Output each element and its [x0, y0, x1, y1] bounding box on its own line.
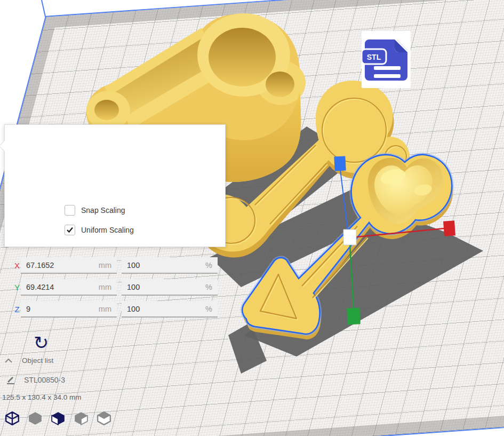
y-scale-handle[interactable]	[334, 156, 346, 171]
x-percent-input[interactable]: 100 %	[122, 257, 218, 274]
view-right-button[interactable]	[96, 411, 112, 426]
cube-right-view-icon	[97, 411, 111, 425]
z-percent-input[interactable]: 100 %	[122, 301, 218, 318]
cube-top-view-icon	[51, 411, 66, 425]
view-3d-button[interactable]	[4, 411, 20, 426]
view-left-button[interactable]	[73, 411, 89, 426]
snap-scaling-label: Snap Scaling	[81, 206, 125, 215]
view-top-button[interactable]	[50, 411, 66, 426]
checkmark-icon	[66, 227, 74, 233]
uniform-scaling-checkbox[interactable]	[65, 225, 75, 235]
uniform-scale-handle[interactable]	[343, 229, 356, 245]
viewport-3d[interactable]: STL X 67.1652 mm 100 % Y 69.4214 mm 100 …	[0, 0, 504, 436]
camera-view-toolbar	[4, 411, 112, 426]
cube-left-view-icon	[74, 411, 89, 425]
y-size-input[interactable]: 69.4214 mm	[21, 279, 117, 296]
cube-front-view-icon	[28, 411, 43, 425]
y-percent-input[interactable]: 100 %	[122, 279, 218, 296]
reset-scale-button[interactable]: ↺	[30, 332, 52, 353]
z-size-input[interactable]: 9 mm	[21, 301, 117, 318]
x-size-input[interactable]: 67.1652 mm	[21, 257, 117, 274]
snap-scaling-checkbox[interactable]	[65, 205, 75, 216]
chevron-up-icon	[4, 358, 13, 363]
object-name: STL00850-3	[24, 376, 65, 384]
build-volume-edge	[42, 0, 45, 17]
stl-file-icon: STL	[362, 31, 411, 88]
pencil-icon	[5, 375, 15, 385]
uniform-scaling-label: Uniform Scaling	[81, 226, 134, 234]
object-list-item[interactable]: STL00850-3	[5, 375, 65, 385]
stl-label: STL	[367, 53, 381, 61]
selected-model-dimensions: 125.5 x 130.4 x 34.0 mm	[2, 393, 82, 401]
object-list-header[interactable]: Object list	[4, 356, 53, 364]
object-list-title: Object list	[22, 356, 53, 364]
scale-tool-panel: X 67.1652 mm 100 % Y 69.4214 mm 100 % Z …	[4, 124, 226, 247]
z-scale-handle[interactable]	[347, 307, 361, 324]
view-front-button[interactable]	[27, 411, 43, 426]
x-scale-handle[interactable]	[443, 220, 455, 236]
cube-3d-view-icon	[5, 411, 20, 425]
